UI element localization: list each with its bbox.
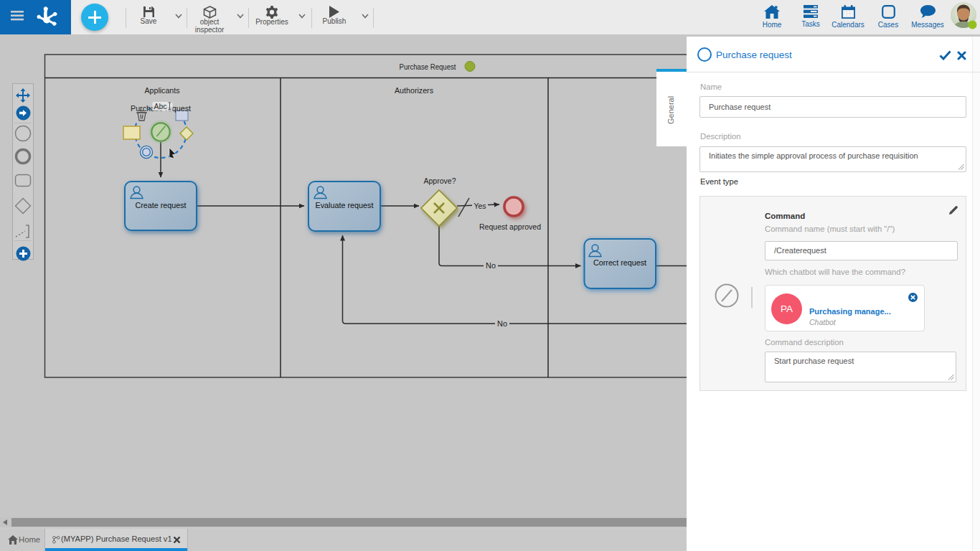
svg-text:Evaluate request: Evaluate request xyxy=(316,201,374,209)
svg-text:Create request: Create request xyxy=(136,201,187,209)
svg-text:Authorizers: Authorizers xyxy=(395,86,433,95)
svg-text:Approve?: Approve? xyxy=(424,176,456,185)
svg-text:Request approved: Request approved xyxy=(479,222,541,231)
svg-text:Correct request: Correct request xyxy=(593,258,646,267)
svg-text:No: No xyxy=(497,319,507,328)
svg-text:No: No xyxy=(486,261,496,270)
svg-text:Applicants: Applicants xyxy=(145,86,180,95)
svg-text:Purchase Request: Purchase Request xyxy=(400,62,456,71)
svg-text:Yes: Yes xyxy=(474,202,486,210)
svg-text:Abc: Abc xyxy=(154,102,167,110)
